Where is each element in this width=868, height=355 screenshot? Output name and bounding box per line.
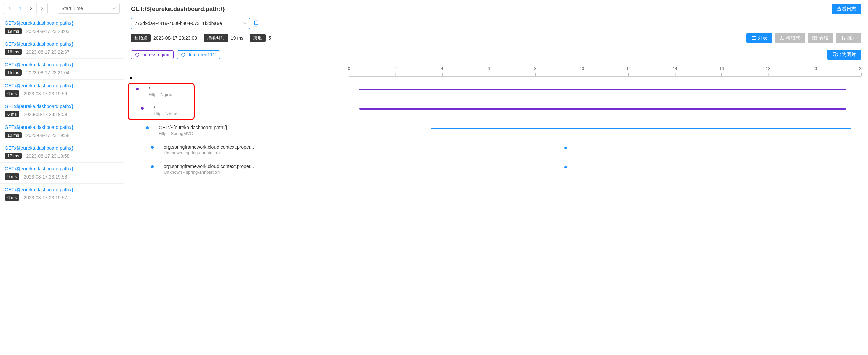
duration-info: 持续时间 19 ms	[204, 34, 243, 42]
span-bar-area	[349, 89, 861, 91]
trace-path: GET:/${eureka.dashboard.path:/}	[5, 187, 119, 192]
view-log-button[interactable]: 查看日志	[832, 4, 861, 14]
trace-item[interactable]: GET:/${eureka.dashboard.path:/} 10 ms 20…	[0, 121, 124, 142]
span-content: org.springframework.cloud.context.proper…	[164, 144, 254, 155]
trace-path: GET:/${eureka.dashboard.path:/}	[5, 62, 119, 67]
span-subtitle: Http - Nginx	[154, 111, 177, 117]
filter-ingress-nginx[interactable]: ingress-nginx	[131, 50, 174, 59]
main-panel: GET:/${eureka.dashboard.path:/} 查看日志 773…	[124, 0, 868, 355]
span-dot-icon	[151, 165, 154, 168]
pager-page-1[interactable]: 1	[15, 3, 26, 14]
view-list-button[interactable]: 列表	[746, 33, 772, 43]
chevron-right-icon	[40, 7, 43, 10]
pagination-bar: 1 2 Start Time	[0, 0, 124, 17]
svg-point-1	[781, 36, 782, 37]
span-row[interactable]: / Http - Nginx	[131, 86, 861, 105]
export-image-button[interactable]: 导出为图片	[827, 50, 861, 60]
ruler-tick: 20	[813, 66, 817, 71]
span-subtitle: Unknown - spring-annotation	[164, 150, 254, 155]
filter-demo-reg111[interactable]: demo-reg111	[177, 50, 219, 59]
trace-meta: 17 ms 2023-08-17 23:19:58	[5, 153, 119, 159]
span-bar	[360, 108, 846, 110]
start-dot-icon	[130, 76, 132, 79]
timeline-ruler: 0246810121416182022	[349, 66, 861, 76]
span-content: org.springframework.cloud.context.proper…	[164, 164, 254, 175]
view-table-button[interactable]: 表格	[808, 33, 833, 43]
svg-rect-0	[255, 21, 258, 25]
span-row[interactable]: org.springframework.cloud.context.proper…	[131, 144, 861, 164]
trace-path: GET:/${eureka.dashboard.path:/}	[5, 83, 119, 88]
span-bar	[564, 166, 567, 168]
trace-time: 2023-08-17 23:19:59	[24, 112, 67, 117]
span-row[interactable]: / Http - Nginx	[131, 105, 861, 125]
sort-select-label: Start Time	[61, 6, 83, 11]
span-tree: org.springframework.cloud.context.proper…	[131, 164, 349, 175]
trace-meta: 19 ms 2023-08-17 23:23:03	[5, 28, 119, 34]
trace-time: 2023-08-17 23:19:58	[26, 133, 69, 138]
ruler-tick: 6	[488, 66, 490, 71]
tree-icon	[779, 36, 784, 40]
duration-badge: 15 ms	[5, 69, 22, 76]
span-tree: / Http - Nginx	[131, 105, 349, 117]
span-bar-area	[349, 147, 861, 149]
span-row[interactable]: org.springframework.cloud.context.proper…	[131, 164, 861, 183]
trace-list-panel: 1 2 Start Time GET:/${eureka.dashboard.p…	[0, 0, 124, 355]
span-label: 跨度	[250, 34, 266, 42]
trace-id-select[interactable]: 773d9da4-4419-460f-b804-07311f3dba9e	[131, 18, 250, 29]
duration-badge: 19 ms	[5, 28, 22, 34]
trace-item[interactable]: GET:/${eureka.dashboard.path:/} 6 ms 202…	[0, 79, 124, 100]
span-dot-icon	[151, 146, 154, 149]
span-title: org.springframework.cloud.context.proper…	[164, 164, 254, 169]
trace-time: 2023-08-17 23:23:03	[26, 29, 69, 34]
trace-list[interactable]: GET:/${eureka.dashboard.path:/} 19 ms 20…	[0, 17, 124, 355]
span-title: /	[149, 86, 172, 91]
trace-path: GET:/${eureka.dashboard.path:/}	[5, 104, 119, 109]
info-row: 起始点 2023-08-17 23:23:03 持续时间 19 ms 跨度 5 …	[131, 33, 861, 43]
trace-id-value: 773d9da4-4419-460f-b804-07311f3dba9e	[134, 21, 222, 26]
trace-item[interactable]: GET:/${eureka.dashboard.path:/} 6 ms 202…	[0, 100, 124, 121]
span-subtitle: Http - SpringMVC	[159, 131, 227, 136]
span-row[interactable]: GET:/${eureka.dashboard.path:/} Http - S…	[131, 125, 861, 144]
ruler-tick: 8	[534, 66, 537, 71]
view-mode-buttons: 列表 树结构 表格 统计	[746, 33, 861, 43]
duration-badge: 6 ms	[5, 111, 20, 118]
duration-badge: 9 ms	[5, 173, 20, 180]
trace-item[interactable]: GET:/${eureka.dashboard.path:/} 6 ms 202…	[0, 184, 124, 204]
list-icon	[751, 36, 756, 40]
pager-page-2[interactable]: 2	[26, 3, 37, 14]
ruler-tick: 0	[348, 66, 350, 71]
chevron-down-icon	[243, 22, 246, 25]
table-icon	[812, 36, 817, 40]
sort-select[interactable]: Start Time	[58, 3, 120, 14]
trace-id-row: 773d9da4-4419-460f-b804-07311f3dba9e	[131, 18, 861, 29]
start-label: 起始点	[131, 34, 151, 42]
trace-item[interactable]: GET:/${eureka.dashboard.path:/} 15 ms 20…	[0, 59, 124, 79]
span-tree: GET:/${eureka.dashboard.path:/} Http - S…	[131, 125, 349, 136]
pager-next[interactable]	[37, 3, 47, 14]
trace-item[interactable]: GET:/${eureka.dashboard.path:/} 19 ms 20…	[0, 17, 124, 38]
timeline-area: 0246810121416182022 / Http - Nginx / Htt…	[131, 66, 861, 183]
span-value: 5	[268, 35, 271, 41]
chevron-left-icon	[8, 7, 11, 10]
trace-item[interactable]: GET:/${eureka.dashboard.path:/} 17 ms 20…	[0, 142, 124, 163]
trace-item[interactable]: GET:/${eureka.dashboard.path:/} 9 ms 202…	[0, 163, 124, 184]
stats-icon	[840, 36, 845, 40]
trace-meta: 16 ms 2023-08-17 23:22:37	[5, 49, 119, 55]
copy-icon[interactable]	[253, 20, 259, 27]
ruler-tick: 4	[441, 66, 443, 71]
trace-time: 2023-08-17 23:19:57	[24, 195, 67, 200]
span-bar-area	[349, 108, 861, 110]
trace-meta: 6 ms 2023-08-17 23:19:59	[5, 90, 119, 97]
span-dot-icon	[136, 88, 138, 90]
filter-row: ingress-nginx demo-reg111 导出为图片	[131, 50, 861, 60]
span-dot-icon	[146, 127, 149, 129]
view-stats-button[interactable]: 统计	[836, 33, 861, 43]
trace-item[interactable]: GET:/${eureka.dashboard.path:/} 16 ms 20…	[0, 38, 124, 59]
duration-badge: 17 ms	[5, 153, 22, 159]
duration-value: 19 ms	[230, 35, 243, 41]
view-tree-button[interactable]: 树结构	[775, 33, 805, 43]
span-title: GET:/${eureka.dashboard.path:/}	[159, 125, 227, 130]
pager-prev[interactable]	[4, 3, 15, 14]
trace-time: 2023-08-17 23:22:37	[26, 49, 69, 55]
trace-meta: 6 ms 2023-08-17 23:19:57	[5, 194, 119, 201]
